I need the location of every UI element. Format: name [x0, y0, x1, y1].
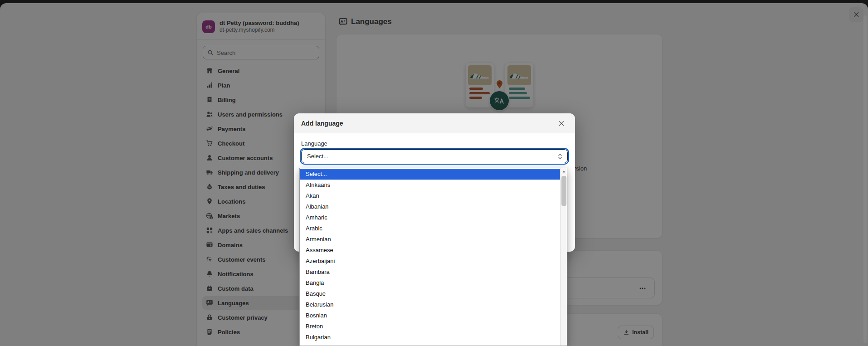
dropdown-option-bangla[interactable]: Bangla — [300, 278, 560, 288]
language-dropdown-list: Select...AfrikaansAkanAlbanianAmharicAra… — [300, 169, 560, 346]
dropdown-option-armenian[interactable]: Armenian — [300, 234, 560, 245]
dropdown-option-bulgarian[interactable]: Bulgarian — [300, 332, 560, 343]
dropdown-scrollbar[interactable] — [560, 168, 567, 346]
modal-title: Add language — [301, 120, 343, 127]
dropdown-option-select[interactable]: Select... — [300, 169, 560, 180]
dropdown-option-bambara[interactable]: Bambara — [300, 267, 560, 278]
dropdown-option-assamese[interactable]: Assamese — [300, 245, 560, 256]
modal-close-button[interactable] — [555, 117, 568, 130]
close-icon — [558, 120, 565, 127]
dropdown-option-amharic[interactable]: Amharic — [300, 212, 560, 223]
dropdown-scrollbar-thumb[interactable] — [561, 176, 566, 206]
dropdown-option-azerbaijani[interactable]: Azerbaijani — [300, 256, 560, 267]
dropdown-option-basque[interactable]: Basque — [300, 288, 560, 299]
language-field-label: Language — [301, 140, 568, 147]
dropdown-option-afrikaans[interactable]: Afrikaans — [300, 180, 560, 190]
dropdown-option-belarusian[interactable]: Belarusian — [300, 299, 560, 310]
language-dropdown: Select...AfrikaansAkanAlbanianAmharicAra… — [299, 168, 567, 346]
dropdown-option-albanian[interactable]: Albanian — [300, 201, 560, 212]
language-select[interactable]: Select... — [301, 149, 568, 163]
updown-chevron-icon — [557, 153, 563, 160]
dropdown-option-arabic[interactable]: Arabic — [300, 223, 560, 234]
dropdown-option-breton[interactable]: Breton — [300, 321, 560, 332]
dropdown-option-bosnian[interactable]: Bosnian — [300, 310, 560, 321]
language-select-value: Select... — [307, 153, 328, 160]
modal-body: Language Select... — [294, 133, 575, 170]
dropdown-option-akan[interactable]: Akan — [300, 190, 560, 201]
modal-header: Add language — [294, 113, 575, 133]
scroll-up-arrow-icon[interactable] — [561, 168, 567, 175]
dropdown-option-burmese[interactable]: Burmese — [300, 343, 560, 346]
